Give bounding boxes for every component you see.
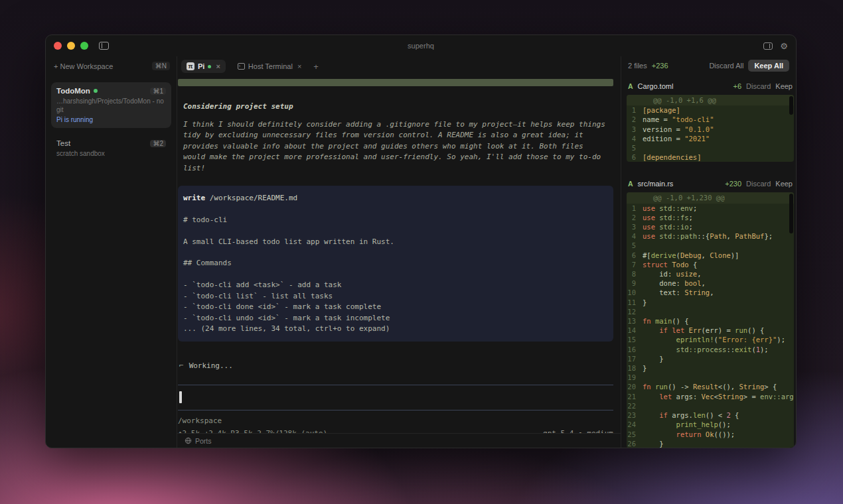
line-number: 14 (627, 326, 643, 335)
new-tab-button[interactable]: + (313, 62, 319, 72)
keep-all-button[interactable]: Keep All (748, 60, 789, 72)
files-count: 2 files (628, 62, 647, 70)
scrollbar-thumb[interactable] (789, 96, 793, 115)
tab-pi[interactable]: πPi× (181, 60, 226, 73)
tab-host-terminal[interactable]: ›Host Terminal× (232, 60, 307, 73)
workspace-name: Test (56, 139, 70, 147)
titlebar: superhq ⚙ (46, 35, 796, 56)
toggle-right-panel-icon[interactable] (763, 42, 773, 50)
scrollbar-thumb[interactable] (789, 194, 793, 233)
terminal-icon: › (238, 63, 245, 70)
ports-label: Ports (195, 437, 212, 445)
line-number: 21 (627, 392, 643, 401)
diff-line: 17 } (627, 354, 794, 363)
file-added-count: +6 (733, 82, 741, 90)
toggle-sidebar-icon[interactable] (99, 42, 109, 50)
tab-label: Host Terminal (248, 62, 293, 70)
file-name: Cargo.toml (638, 82, 674, 90)
line-code: if args.len() < 2 { (643, 410, 794, 420)
window-controls (54, 42, 88, 50)
text-cursor (179, 391, 182, 403)
minimize-window-button[interactable] (67, 42, 75, 50)
tab-label: Pi (198, 62, 204, 70)
new-workspace-button[interactable]: + New Workspace ⌘N (51, 59, 171, 73)
line-number: 6 (627, 251, 643, 260)
chat-input[interactable] (178, 391, 613, 404)
line-number: 2 (627, 213, 643, 222)
line-number: 23 (627, 410, 643, 420)
workspace-name-row: Test⌘2 (56, 139, 166, 147)
file-status-added: A (628, 82, 633, 90)
diff-line: 5 (627, 143, 794, 153)
activity-dot-icon (208, 65, 211, 68)
discard-all-button[interactable]: Discard All (709, 62, 743, 70)
line-code (643, 241, 794, 250)
discard-file-button[interactable]: Discard (746, 82, 771, 90)
tool-output-line: # todo-cli (183, 215, 608, 225)
keep-file-button[interactable]: Keep (775, 82, 793, 90)
review-header: 2 files +236 Discard All Keep All (621, 56, 796, 75)
line-code: use std::path::{Path, PathBuf}; (643, 231, 794, 241)
line-number: 24 (627, 420, 643, 429)
tabs: πPi×›Host Terminal× (181, 60, 307, 73)
line-number: 22 (627, 401, 643, 410)
workspace-status: Pi is running (56, 116, 166, 123)
workspace-item-test[interactable]: Test⌘2scratch sandbox (51, 135, 171, 162)
diff-line: 24 print_help(); (627, 420, 794, 429)
diff-line: 4use std::path::{Path, PathBuf}; (627, 231, 794, 241)
line-number: 12 (627, 307, 643, 316)
diff-line: 2name = "todo-cli" (627, 115, 794, 124)
tool-output-line: A small CLI-based todo list app written … (183, 237, 608, 247)
discard-file-button[interactable]: Discard (746, 180, 771, 188)
diff-line: 10 text: String, (627, 288, 794, 297)
input-divider-top (178, 385, 613, 385)
tool-call-panel[interactable]: write /workspace/README.md # todo-cli A … (178, 186, 613, 342)
line-number: 7 (627, 260, 643, 269)
chat-area: Considering project setup I think I shou… (177, 76, 621, 433)
line-code: name = "todo-cli" (643, 115, 794, 124)
diff-line: 26 } (627, 439, 794, 448)
workspace-item-todomon[interactable]: TodoMon⌘1…harshsingh/Projects/TodoMon - … (51, 82, 171, 128)
workspace-list: TodoMon⌘1…harshsingh/Projects/TodoMon - … (51, 82, 171, 162)
titlebar-actions: ⚙ (763, 42, 788, 50)
zoom-window-button[interactable] (80, 42, 88, 50)
line-code: fn run() -> Result<(), String> { (643, 382, 794, 391)
window-title: superhq (46, 42, 796, 50)
line-number: 3 (627, 222, 643, 231)
line-number: 4 (627, 134, 643, 143)
line-code: #[derive(Debug, Clone)] (643, 251, 794, 260)
line-code: } (643, 439, 794, 448)
line-code: if let Err(err) = run() { (643, 326, 794, 335)
assistant-paragraph: I think I should definitely consider add… (183, 119, 608, 174)
close-window-button[interactable] (54, 42, 62, 50)
tool-output-line: ... (24 more lines, 34 total, ctrl+o to … (183, 324, 608, 334)
workspace-name: TodoMon (56, 87, 90, 95)
line-number: 15 (627, 335, 643, 344)
tool-output-line (183, 269, 608, 280)
file-diff-card: ACargo.toml+6DiscardKeep@@ -1,0 +1,6 @@1… (627, 79, 794, 162)
line-code (643, 143, 794, 153)
tool-output-line (183, 247, 608, 258)
diff-line: 7struct Todo { (627, 260, 794, 269)
diff-line: 4edition = "2021" (627, 134, 794, 143)
working-label: Working... (189, 361, 233, 370)
line-number: 19 (627, 373, 643, 382)
running-dot-icon (94, 89, 98, 93)
diff-line: 14 if let Err(err) = run() { (627, 326, 794, 335)
settings-gear-icon[interactable]: ⚙ (780, 42, 788, 50)
keep-file-button[interactable]: Keep (775, 180, 793, 188)
main-column: πPi×›Host Terminal× + Considering projec… (177, 56, 621, 448)
diff-line: 8 id: usize, (627, 269, 794, 279)
line-code: return Ok(()); (643, 430, 794, 439)
close-tab-icon[interactable]: × (297, 62, 301, 70)
line-number: 10 (627, 288, 643, 297)
diff-line: 3use std::io; (627, 222, 794, 231)
diff-line: 16 std::process::exit(1); (627, 345, 794, 354)
file-name: src/main.rs (638, 180, 674, 188)
ports-bar[interactable]: Ports (177, 433, 621, 448)
close-tab-icon[interactable]: × (216, 62, 220, 70)
diff-line: 6#[derive(Debug, Clone)] (627, 251, 794, 260)
line-number: 25 (627, 430, 643, 439)
line-code: text: String, (643, 288, 794, 297)
diff-hunk-header: @@ -1,0 +1,230 @@ (627, 192, 794, 203)
